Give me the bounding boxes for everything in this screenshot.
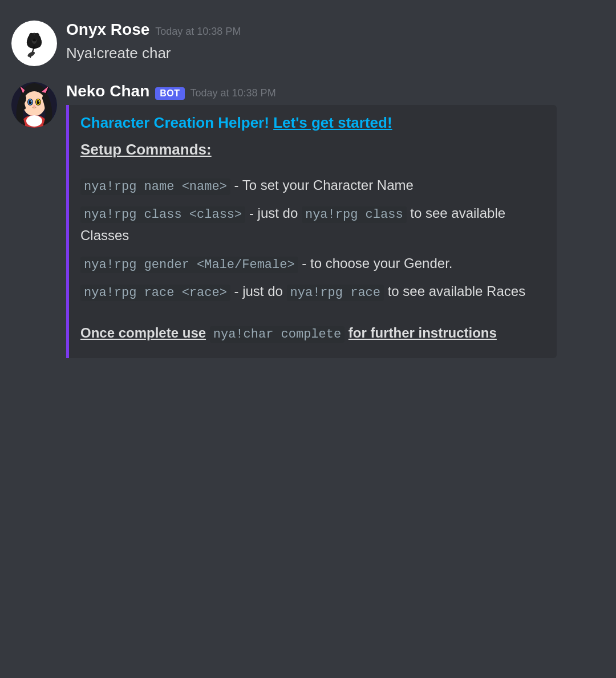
svg-point-25 xyxy=(31,101,32,102)
svg-point-26 xyxy=(39,101,40,102)
command-inline-2: nya!rpg class xyxy=(302,206,407,223)
avatar-neko xyxy=(11,82,57,128)
message-header-2: Neko Chan BOT Today at 10:38 PM xyxy=(66,82,605,100)
embed-title: Character Creation Helper! Let's get sta… xyxy=(80,114,545,132)
command-code-4: nya!rpg race <race> xyxy=(80,285,230,301)
svg-point-29 xyxy=(26,115,42,127)
username-1: Onyx Rose xyxy=(66,21,149,39)
svg-point-27 xyxy=(33,105,35,107)
command-desc-2a: - just do xyxy=(249,205,302,221)
embed-block: Character Creation Helper! Let's get sta… xyxy=(66,105,557,358)
embed-title-text: Character Creation Helper! xyxy=(80,114,269,131)
command-row-1: nya!rpg name <name> - To set your Charac… xyxy=(80,174,545,197)
command-row-3: nya!rpg gender <Male/Female> - to choose… xyxy=(80,253,545,275)
command-code-2: nya!rpg class <class> xyxy=(80,206,245,223)
embed-footer: Once complete use nya!char complete for … xyxy=(80,322,545,344)
timestamp-1: Today at 10:38 PM xyxy=(155,26,241,38)
timestamp-2: Today at 10:38 PM xyxy=(191,87,276,99)
command-inline-4: nya!rpg race xyxy=(287,285,384,301)
command-desc-4a: - just do xyxy=(234,283,287,299)
avatar xyxy=(11,21,57,66)
embed-title-link[interactable]: Let's get started! xyxy=(273,114,392,131)
message-group-1: Onyx Rose Today at 10:38 PM Nya!create c… xyxy=(0,11,616,68)
command-code-3: nya!rpg gender <Male/Female> xyxy=(80,257,298,273)
command-desc-3: - to choose your Gender. xyxy=(302,255,452,271)
embed-section-title: Setup Commands: xyxy=(80,141,545,159)
footer-code: nya!char complete xyxy=(210,326,345,343)
message-header-1: Onyx Rose Today at 10:38 PM xyxy=(66,21,605,39)
command-desc-1: - To set your Character Name xyxy=(234,177,414,193)
svg-point-18 xyxy=(23,91,46,116)
command-code-1: nya!rpg name <name> xyxy=(80,178,230,195)
message-content-2: Neko Chan BOT Today at 10:38 PM Characte… xyxy=(66,82,605,358)
command-desc-4b: to see available Races xyxy=(388,283,525,299)
username-2: Neko Chan xyxy=(66,82,149,100)
footer-text-start: Once complete use xyxy=(80,325,206,340)
message-text-1: Nya!create char xyxy=(66,42,605,64)
footer-text-end: for further instructions xyxy=(348,325,497,340)
command-row-2: nya!rpg class <class> - just do nya!rpg … xyxy=(80,202,545,247)
message-group-2: Neko Chan BOT Today at 10:38 PM Characte… xyxy=(0,73,616,360)
command-row-4: nya!rpg race <race> - just do nya!rpg ra… xyxy=(80,281,545,303)
bot-badge: BOT xyxy=(155,87,184,100)
message-content-1: Onyx Rose Today at 10:38 PM Nya!create c… xyxy=(66,21,605,66)
